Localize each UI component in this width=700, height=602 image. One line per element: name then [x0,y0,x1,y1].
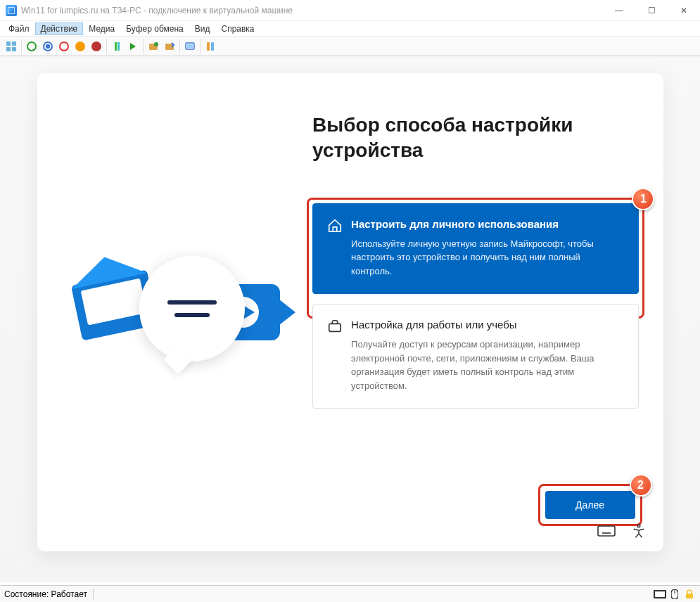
pause-button[interactable] [110,39,124,53]
minimize-button[interactable]: — [603,0,635,21]
svg-rect-24 [686,594,693,598]
option-personal[interactable]: Настроить для личного использования Испо… [312,203,639,295]
mouse-status-icon [668,589,681,600]
toolbar [0,37,700,56]
svg-rect-12 [598,526,615,536]
menubar: Файл Действие Медиа Буфер обмена Вид Спр… [0,21,700,37]
lock-status-icon [683,589,696,600]
svg-rect-2 [6,47,11,51]
keyboard-icon[interactable] [597,523,616,543]
status-text: Состояние: Работает [4,589,87,599]
home-icon [327,218,343,233]
menu-help[interactable]: Справка [215,23,260,35]
option-work-title: Настройка для работы или учебы [351,319,621,331]
menu-view[interactable]: Вид [189,23,216,35]
svg-point-5 [154,42,158,46]
checkpoint-button[interactable] [146,39,160,53]
chat-icon [139,256,245,361]
app-icon [6,5,17,16]
window-titlebar: Win11 for lumpics.ru на T34-PC - подключ… [0,0,700,21]
page-heading: Выбор способа настройки устройства [312,113,639,164]
reset-button[interactable] [89,39,103,53]
oobe-utility-row [597,523,647,543]
start-button[interactable] [25,39,39,53]
svg-rect-9 [207,42,210,51]
illustration-pane [37,73,313,551]
oobe-panel: Выбор способа настройки устройства Настр… [37,73,663,551]
statusbar: Состояние: Работает [0,585,700,602]
svg-rect-21 [655,591,665,597]
accessibility-icon[interactable] [631,523,647,543]
window-title: Win11 for lumpics.ru на T34-PC - подключ… [21,6,293,15]
menu-clipboard[interactable]: Буфер обмена [120,23,189,35]
next-button[interactable]: Далее [545,491,635,519]
annotation-badge-2: 2 [630,474,652,497]
maximize-button[interactable]: ☐ [635,0,668,21]
resume-button[interactable] [126,39,140,53]
turnoff-button[interactable] [41,39,55,53]
option-work-desc: Получайте доступ к ресурсам организации,… [351,338,621,392]
svg-rect-8 [187,44,193,48]
annotation-badge-1: 1 [632,188,654,210]
setup-illustration [69,249,280,376]
enhanced-session-button[interactable] [183,39,197,53]
menu-action[interactable]: Действие [35,23,84,35]
shutdown-button[interactable] [57,39,71,53]
option-personal-title: Настроить для личного использования [351,218,621,230]
share-button[interactable] [203,39,217,53]
vm-display: Выбор способа настройки устройства Настр… [0,56,700,582]
svg-rect-3 [12,47,16,51]
revert-button[interactable] [163,39,177,53]
svg-rect-1 [12,41,16,46]
menu-media[interactable]: Медиа [83,23,120,35]
menu-file[interactable]: Файл [3,23,35,35]
keyboard-status-icon [654,589,666,600]
svg-rect-10 [211,42,214,51]
svg-rect-11 [329,324,341,332]
briefcase-icon [327,319,343,334]
option-personal-desc: Используйте личную учетную запись Майкро… [351,237,621,278]
close-button[interactable]: ✕ [668,0,700,21]
ctrl-alt-del-button[interactable] [4,39,18,53]
save-button[interactable] [73,39,87,53]
option-work[interactable]: Настройка для работы или учебы Получайте… [312,304,639,409]
svg-rect-0 [6,41,11,46]
svg-point-19 [637,525,640,527]
